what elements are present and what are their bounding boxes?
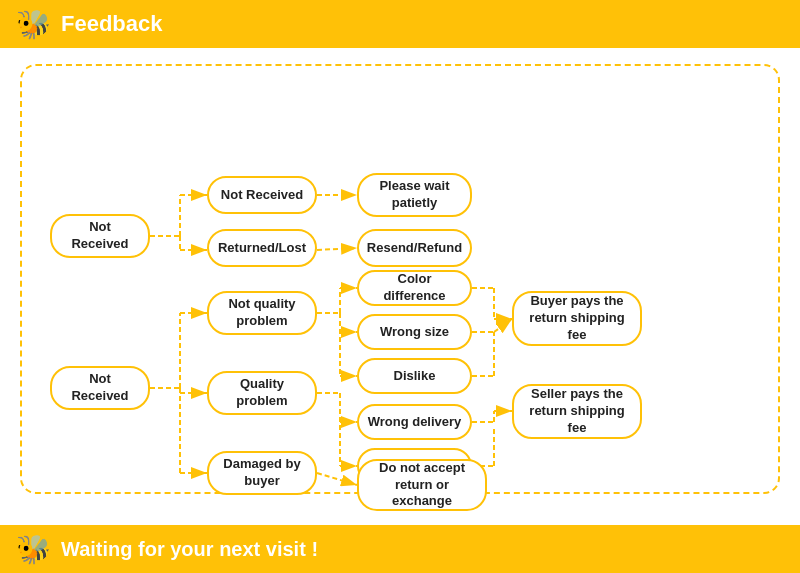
box-buyer-pays: Buyer pays the return shipping fee (512, 291, 642, 346)
footer-title: Waiting for your next visit ! (61, 538, 318, 561)
box-not-received-main: Not Received (50, 366, 150, 410)
box-not-quality-problem: Not quality problem (207, 291, 317, 335)
footer-bee-icon: 🐝 (16, 533, 51, 566)
box-please-wait: Please wait patietly (357, 173, 472, 217)
main-content: Not Received Not Received Returned/Lost … (0, 48, 800, 525)
diagram-container: Not Received Not Received Returned/Lost … (20, 64, 780, 494)
svg-line-7 (317, 248, 357, 250)
svg-line-32 (494, 319, 512, 332)
box-not-received-top: Not Received (50, 214, 150, 258)
header-title: Feedback (61, 11, 163, 37)
box-not-received-right: Not Received (207, 176, 317, 214)
box-quality-problem: Quality problem (207, 371, 317, 415)
box-damaged-by-buyer: Damaged by buyer (207, 451, 317, 495)
page: 🐝 Feedback (0, 0, 800, 573)
footer: 🐝 Waiting for your next visit ! (0, 525, 800, 573)
box-do-not-accept: Do not accept return or exchange (357, 459, 487, 511)
box-wrong-size: Wrong size (357, 314, 472, 350)
box-color-difference: Color difference (357, 270, 472, 306)
header-bee-icon: 🐝 (16, 8, 51, 41)
svg-line-27 (317, 473, 357, 485)
box-seller-pays: Seller pays the return shipping fee (512, 384, 642, 439)
box-resend-refund: Resend/Refund (357, 229, 472, 267)
header: 🐝 Feedback (0, 0, 800, 48)
box-returned-lost: Returned/Lost (207, 229, 317, 267)
box-dislike: Dislike (357, 358, 472, 394)
box-wrong-delivery: Wrong delivery (357, 404, 472, 440)
